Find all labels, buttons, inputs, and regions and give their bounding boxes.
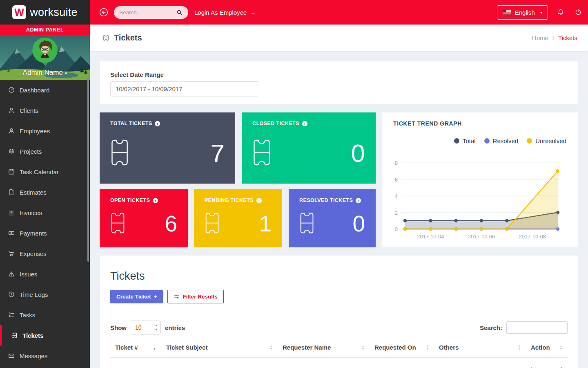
column-header-others[interactable]: Others▲▼	[434, 337, 526, 358]
breadcrumb-current: Tickets	[558, 34, 577, 41]
column-label: Ticket Subject	[166, 344, 207, 351]
chevron-down-icon: ▾	[65, 71, 67, 76]
stat-card-pending-tickets: PENDING TICKETSi1	[194, 189, 282, 247]
table-search-input[interactable]	[506, 321, 568, 334]
sidebar-item-dashboard[interactable]: Dashboard	[0, 80, 90, 100]
info-icon[interactable]: i	[356, 198, 361, 203]
stat-card-label: CLOSED TICKETS	[252, 121, 299, 126]
sidebar-item-employees[interactable]: Employees	[0, 121, 90, 141]
document-icon	[8, 188, 15, 196]
date-range-input[interactable]	[110, 81, 258, 96]
plus-icon: +	[154, 294, 157, 300]
profile-name[interactable]: Admin Name▾	[0, 69, 90, 77]
sidebar-item-payments[interactable]: Payments	[0, 223, 90, 243]
page-size-value: 10	[135, 324, 142, 331]
app: W worksuite Login As Employee → English	[0, 0, 588, 368]
page-header: Tickets Home / Tickets	[90, 25, 588, 51]
stat-card-total-tickets: TOTAL TICKETSi7	[100, 112, 235, 184]
sidebar-item-expenses[interactable]: Expenses	[0, 243, 90, 264]
brand-name: worksuite	[30, 6, 78, 19]
sidebar-item-projects[interactable]: Projects	[0, 141, 90, 162]
search-icon[interactable]	[176, 9, 183, 16]
stat-card-label: OPEN TICKETS	[110, 197, 150, 203]
admin-panel-label: ADMIN PANEL	[0, 25, 90, 35]
info-icon[interactable]: i	[155, 121, 160, 126]
legend-dot-icon	[527, 138, 532, 144]
stat-card-resolved-tickets: RESOLVED TICKETSi0	[289, 189, 376, 247]
sidebar-item-clients[interactable]: Clients	[0, 100, 90, 121]
avatar[interactable]	[32, 38, 58, 63]
table-row: 7Ticket 7Maximillia Gleichner03 Oct 2017…	[110, 358, 568, 368]
search-input[interactable]	[119, 9, 176, 16]
cart-icon	[8, 250, 15, 257]
us-flag-icon	[503, 10, 511, 15]
sort-icon: ▲▼	[270, 345, 273, 350]
language-label: English	[515, 9, 535, 16]
entries-label: entries	[165, 324, 185, 331]
table-search-wrap: Search:	[480, 321, 568, 334]
layers-icon	[8, 148, 15, 155]
stat-card-value: 1	[259, 213, 272, 235]
sidebar-scrollbar[interactable]	[87, 78, 89, 262]
sidebar-item-task-calendar[interactable]: Task Calendar	[0, 162, 90, 182]
page-size-select[interactable]: 10 ▲▼	[131, 321, 161, 334]
stat-card-open-tickets: OPEN TICKETSi6	[100, 189, 188, 247]
sidebar-item-label: Time Logs	[20, 291, 48, 298]
column-header-action[interactable]: Action▲▼	[526, 337, 568, 358]
requester-name: Maximillia Gleichner	[278, 358, 370, 368]
brand-logo[interactable]: W worksuite	[0, 0, 90, 25]
brand-initial: W	[14, 7, 24, 18]
info-icon[interactable]: i	[256, 198, 262, 203]
stat-card-closed-tickets: CLOSED TICKETSi0	[242, 112, 376, 184]
sidebar-item-invoices[interactable]: Invoices	[0, 202, 90, 223]
sidebar-item-tickets[interactable]: Tickets	[0, 325, 90, 346]
create-ticket-button[interactable]: Create Ticket +	[110, 290, 163, 303]
language-select[interactable]: English ▾	[497, 5, 548, 20]
notifications-bell-icon[interactable]	[557, 8, 565, 16]
ticket-icon	[11, 332, 18, 339]
client-icon	[8, 107, 15, 114]
sliders-icon	[174, 294, 180, 300]
sidebar-item-tasks[interactable]: Tasks	[0, 305, 90, 325]
column-header-requester-name[interactable]: Requester Name▲▼	[278, 337, 370, 358]
column-header-ticket-subject[interactable]: Ticket Subject▲▼	[161, 337, 278, 358]
create-ticket-label: Create Ticket	[116, 294, 151, 300]
login-as-employee-link[interactable]: Login As Employee →	[194, 9, 256, 16]
sidebar-item-label: Issues	[20, 271, 37, 278]
breadcrumb-home[interactable]: Home	[532, 34, 548, 41]
sidebar: ADMIN PANEL	[0, 25, 90, 368]
stat-card-value: 0	[351, 141, 365, 166]
stat-card-value: 6	[165, 213, 177, 235]
legend-dot-icon	[454, 138, 459, 144]
ticket-number: 7	[110, 358, 161, 368]
envelope-icon	[8, 352, 15, 359]
svg-text:2: 2	[395, 210, 398, 216]
sidebar-item-label: Dashboard	[20, 87, 49, 94]
content: Select Date Range TOTAL TICKETSi7CLOSED …	[90, 51, 588, 368]
info-icon[interactable]: i	[153, 198, 158, 203]
sidebar-item-time-logs[interactable]: Time Logs	[0, 284, 90, 305]
sidebar-item-estimates[interactable]: Estimates	[0, 182, 90, 202]
legend-item-unresolved[interactable]: Unresolved	[527, 137, 566, 144]
breadcrumb: Home / Tickets	[532, 34, 577, 41]
collapse-sidebar-icon[interactable]	[98, 7, 109, 18]
tickets-table: Ticket #▼Ticket Subject▲▼Requester Name▲…	[110, 337, 568, 368]
svg-text:8: 8	[395, 160, 398, 166]
legend-item-total[interactable]: Total	[454, 137, 476, 144]
tickets-actions: Create Ticket + Filter Results	[110, 290, 568, 303]
logout-power-icon[interactable]	[574, 8, 582, 16]
filter-results-button[interactable]: Filter Results	[167, 290, 224, 303]
sidebar-item-messages[interactable]: Messages	[0, 346, 90, 366]
sidebar-item-label: Messages	[20, 352, 47, 359]
sidebar-item-label: Clients	[20, 107, 38, 114]
column-header-ticket-[interactable]: Ticket #▼	[110, 337, 161, 358]
action-cell: Action	[526, 358, 568, 368]
page-title: Tickets	[102, 33, 142, 43]
stat-card-label: TOTAL TICKETS	[110, 121, 152, 126]
stat-card-value: 7	[211, 141, 225, 166]
column-header-requested-on[interactable]: Requested On▲▼	[370, 337, 434, 358]
info-icon[interactable]: i	[302, 121, 307, 126]
legend-item-resolved[interactable]: Resolved	[484, 137, 519, 144]
table-search-label: Search:	[480, 324, 502, 331]
sidebar-item-issues[interactable]: Issues	[0, 264, 90, 284]
